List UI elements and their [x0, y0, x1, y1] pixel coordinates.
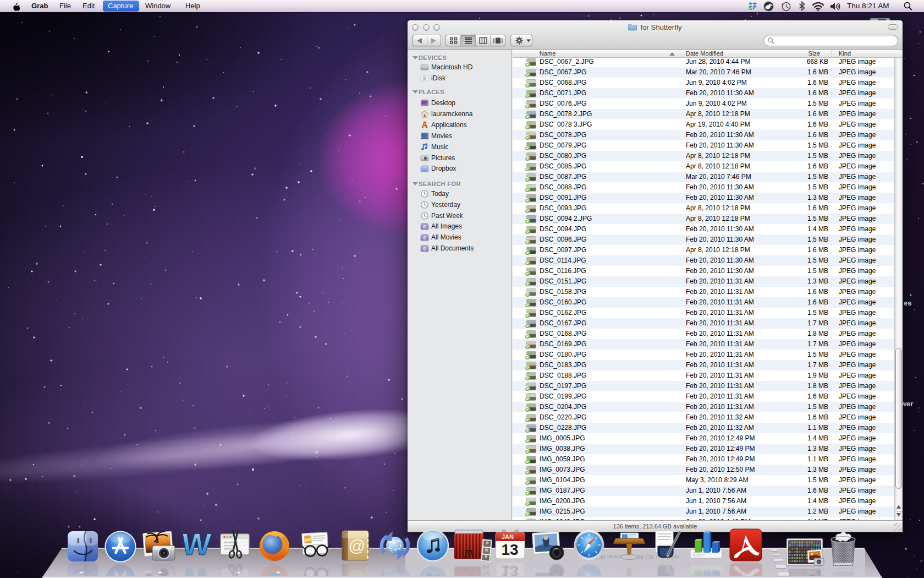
svg-text:13: 13	[501, 541, 518, 558]
svg-text:JAN: JAN	[502, 533, 514, 540]
svg-text:@: @	[349, 537, 365, 555]
svg-text:W: W	[180, 529, 212, 561]
